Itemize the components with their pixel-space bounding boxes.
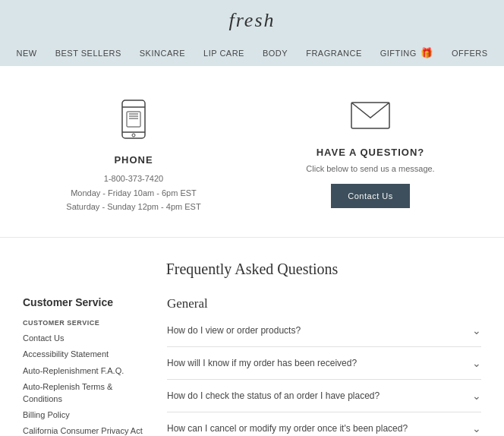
main-nav: NEW BEST SELLERS SKINCARE LIP CARE BODY … xyxy=(0,39,504,66)
faq-item-4[interactable]: How can I cancel or modify my order once… xyxy=(167,412,481,436)
nav-lip-care[interactable]: LIP CARE xyxy=(194,46,254,61)
phone-hours1: Monday - Friday 10am - 6pm EST xyxy=(66,186,200,201)
chevron-down-icon-4: ⌄ xyxy=(472,422,481,434)
mail-icon xyxy=(348,96,393,137)
faq-question-4: How can I cancel or modify my order once… xyxy=(167,423,472,434)
phone-title: PHONE xyxy=(114,154,153,166)
phone-info: 1-800-373-7420 Monday - Friday 10am - 6p… xyxy=(66,172,200,214)
contact-us-button[interactable]: Contact Us xyxy=(331,184,409,208)
faq-content: Customer Service CUSTOMER SERVICE Contac… xyxy=(0,296,504,436)
sidebar-link-contact[interactable]: Contact Us xyxy=(23,333,144,344)
faq-item-2[interactable]: How will I know if my order has been rec… xyxy=(167,347,481,380)
phone-hours2: Saturday - Sunday 12pm - 4pm EST xyxy=(66,200,200,214)
phone-number: 1-800-373-7420 xyxy=(66,172,200,186)
svg-point-7 xyxy=(132,134,135,137)
sidebar-section-label: CUSTOMER SERVICE xyxy=(23,319,144,327)
header: fresh NEW BEST SELLERS SKINCARE LIP CARE… xyxy=(0,0,504,66)
sidebar-link-auto-terms[interactable]: Auto-Replenish Terms & Conditions xyxy=(23,381,144,405)
faq-category-title: General xyxy=(167,296,481,311)
sidebar-link-ccpa[interactable]: California Consumer Privacy Act xyxy=(23,425,144,436)
message-title: HAVE A QUESTION? xyxy=(317,147,425,158)
chevron-down-icon-1: ⌄ xyxy=(472,324,481,336)
phone-icon xyxy=(115,96,153,145)
nav-offers[interactable]: OFFERS xyxy=(443,46,497,61)
sidebar-link-auto-replenishment[interactable]: Auto-Replenishment F.A.Q. xyxy=(23,365,144,377)
nav-fragrance[interactable]: FRAGRANCE xyxy=(297,46,371,61)
site-logo[interactable]: fresh xyxy=(0,9,504,32)
faq-item-1[interactable]: How do I view or order products? ⌄ xyxy=(167,314,481,347)
message-block: HAVE A QUESTION? Click below to send us … xyxy=(282,96,458,208)
contact-section: PHONE 1-800-373-7420 Monday - Friday 10a… xyxy=(0,66,504,238)
faq-sidebar: Customer Service CUSTOMER SERVICE Contac… xyxy=(23,296,144,436)
nav-new[interactable]: NEW xyxy=(7,46,46,61)
phone-block: PHONE 1-800-373-7420 Monday - Friday 10a… xyxy=(46,96,222,214)
faq-question-3: How do I check the status of an order I … xyxy=(167,390,472,401)
chevron-down-icon-2: ⌄ xyxy=(472,357,481,369)
nav-body[interactable]: BODY xyxy=(254,46,297,61)
faq-question-2: How will I know if my order has been rec… xyxy=(167,358,472,368)
message-desc: Click below to send us a message. xyxy=(306,164,434,173)
faq-item-3[interactable]: How do I check the status of an order I … xyxy=(167,380,481,412)
sidebar-link-accessibility[interactable]: Accessibility Statement xyxy=(23,349,144,360)
faq-question-1: How do I view or order products? xyxy=(167,325,472,336)
nav-skincare[interactable]: SKINCARE xyxy=(131,46,194,61)
sidebar-link-billing[interactable]: Billing Policy xyxy=(23,409,144,421)
chevron-down-icon-3: ⌄ xyxy=(472,390,481,402)
faq-page-title: Frequently Asked Questions xyxy=(0,261,504,278)
nav-best-sellers[interactable]: BEST SELLERS xyxy=(46,46,131,61)
faq-section: Frequently Asked Questions Customer Serv… xyxy=(0,238,504,436)
faq-main: General How do I view or order products?… xyxy=(167,296,481,436)
gift-icon: 🎁 xyxy=(421,47,433,58)
sidebar-title: Customer Service xyxy=(23,296,144,308)
nav-gifting[interactable]: GIFTING 🎁 xyxy=(371,44,443,62)
